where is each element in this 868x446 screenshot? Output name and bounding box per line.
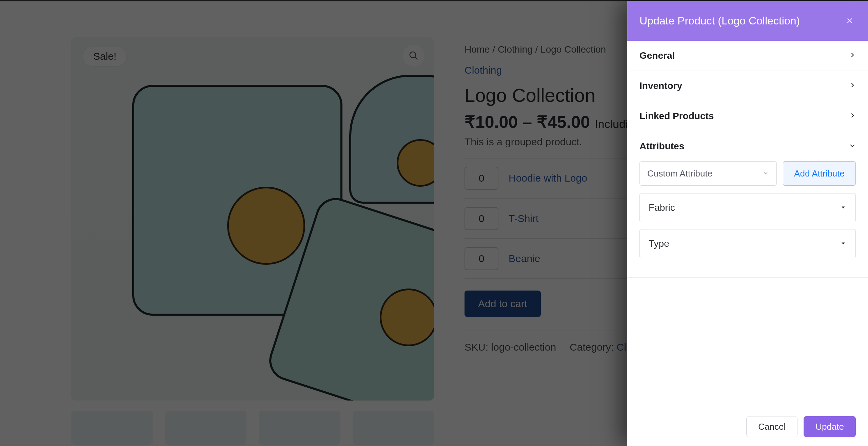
quantity-stepper[interactable]: 0 [465,167,498,190]
thumbnail[interactable] [353,411,434,445]
quantity-stepper[interactable]: 0 [465,247,498,270]
section-attributes[interactable]: Attributes [627,131,868,161]
zoom-icon[interactable] [403,45,425,67]
close-icon[interactable] [844,15,856,27]
quantity-stepper[interactable]: 0 [465,207,498,230]
chevron-right-icon [849,52,856,60]
attribute-type-select[interactable]: Custom Attribute [639,161,777,186]
attributes-body: Custom Attribute Add Attribute Fabric Ty… [627,161,868,278]
section-inventory[interactable]: Inventory [627,71,868,101]
section-label: General [639,50,675,61]
add-to-cart-button[interactable]: Add to cart [465,291,541,317]
attribute-card-type[interactable]: Type [639,229,856,258]
section-label: Attributes [639,141,684,152]
drawer-header: Update Product (Logo Collection) [627,1,868,41]
chevron-right-icon [849,82,856,90]
thumbnail[interactable] [71,411,153,445]
attribute-card-label: Fabric [649,202,675,213]
chevron-down-icon [849,142,856,150]
chevron-right-icon [849,112,856,120]
sku-meta: SKU: logo-collection [465,341,556,353]
caret-down-icon [840,238,847,249]
cancel-button[interactable]: Cancel [746,416,797,437]
thumbnail[interactable] [259,411,340,445]
sale-badge: Sale! [83,46,127,67]
drawer-footer: Cancel Update [627,407,868,446]
chevron-down-icon [762,168,769,179]
section-linked-products[interactable]: Linked Products [627,101,868,131]
caret-down-icon [840,202,847,213]
thumbnail[interactable] [165,411,247,445]
section-general[interactable]: General [627,41,868,71]
product-main-image: Sale! [71,37,434,401]
section-label: Linked Products [639,111,714,122]
attribute-card-fabric[interactable]: Fabric [639,193,856,222]
attribute-select-label: Custom Attribute [647,168,712,179]
update-button[interactable]: Update [804,416,856,437]
attribute-card-label: Type [649,238,669,249]
svg-point-0 [410,52,416,58]
product-gallery: Sale! [71,37,434,445]
section-label: Inventory [639,80,682,91]
category-link[interactable]: Clothing [465,64,502,76]
add-attribute-button[interactable]: Add Attribute [783,161,856,186]
drawer-title: Update Product (Logo Collection) [639,15,800,27]
svg-line-1 [415,57,418,60]
product-thumbnails [71,411,434,445]
update-product-drawer: Update Product (Logo Collection) General… [627,1,868,446]
